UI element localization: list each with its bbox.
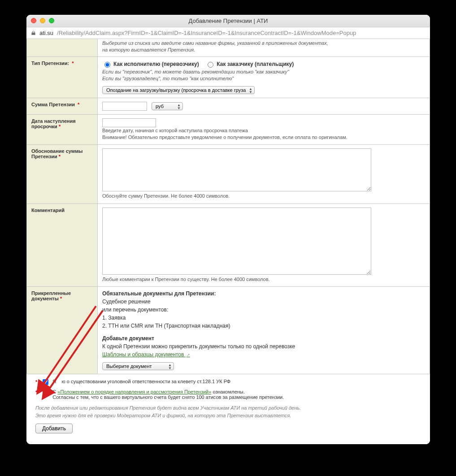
docs-label-l1: Прикрепленные — [31, 290, 71, 296]
reason-label-l2: Претензии — [31, 154, 57, 159]
terms-row: * С «Положением о порядке направления и … — [35, 389, 421, 400]
radio-as-contractor-label: Как исполнителю (перевозчику) — [113, 61, 199, 67]
docs-select[interactable]: Выберите документ — [102, 362, 174, 370]
docs-templates-link[interactable]: Шаблоны и образцы документов ↗ — [102, 351, 190, 358]
overdue-date-input[interactable] — [102, 118, 156, 127]
terms-text: С «Положением о порядке направления и ра… — [52, 389, 284, 400]
lock-icon — [31, 30, 36, 35]
address-bar[interactable]: ati.su/Reliability/AddClaim.aspx?FirmID=… — [26, 27, 430, 39]
window-close-button[interactable] — [31, 18, 36, 23]
overdue-date-label-l2: просрочки — [31, 124, 57, 129]
comment-textarea[interactable] — [102, 208, 371, 275]
terms-text-line2: Согласны с тем, что с вашего виртуальног… — [52, 394, 284, 400]
reason-label-l1: Обоснование суммы — [31, 148, 83, 154]
comment-label: Комментарий — [31, 208, 65, 213]
window-minimize-button[interactable] — [40, 18, 45, 23]
docs-label-l2: документы — [31, 296, 59, 301]
docs-req-line-4: 2. ТТН или CMR или ТН (Транспортная накл… — [102, 323, 425, 329]
liability-checkbox[interactable] — [43, 379, 48, 385]
window-title: Добавление Претензии | АТИ — [26, 17, 430, 24]
firm-hint-1: Выберите из списка или введите сами назв… — [102, 40, 425, 47]
claim-subtype-select[interactable]: Опоздание на загрузку/выгрузку (просрочк… — [102, 86, 255, 94]
liability-row: * Я ю о существовании уголовной ответств… — [35, 379, 421, 386]
claim-sum-input[interactable] — [102, 102, 147, 111]
footer-note-1: После добавления или редактирования Прет… — [35, 405, 301, 411]
comment-hint: Любые комментарии к Претензии по существ… — [102, 277, 270, 282]
reason-textarea[interactable] — [102, 148, 371, 191]
submit-button[interactable]: Добавить — [35, 424, 73, 433]
claim-sum-label: Сумма Претензии — [31, 102, 75, 107]
overdue-date-hint-2: Внимание! Обязательно предоставьте уведо… — [102, 134, 347, 140]
footer-note-2: Это время нужно для её проверки Модерато… — [35, 413, 291, 418]
liability-text: Я ю о существовании уголовной ответствен… — [52, 379, 230, 384]
page-content: Выберите из списка или введите сами назв… — [26, 39, 430, 444]
docs-req-line-3: 1. Заявка — [102, 315, 425, 321]
claim-type-hint-1: Если вы "перевозчик", то можете давать р… — [102, 69, 425, 75]
radio-as-contractor[interactable] — [104, 62, 110, 68]
radio-as-customer-label: Как заказчику (плательщику) — [217, 61, 294, 67]
docs-add-hint: К одной Претензии можно прикрепить докум… — [102, 343, 425, 350]
docs-add-heading: Добавьте документ — [102, 335, 425, 342]
claim-type-label: Тип Претензии: — [31, 61, 69, 66]
docs-req-line-1: Судебное решение — [102, 299, 425, 305]
titlebar: Добавление Претензии | АТИ — [26, 15, 430, 27]
browser-window: Добавление Претензии | АТИ ati.su/Reliab… — [26, 15, 430, 444]
overdue-date-hint-1: Введите дату, начиная с которой наступил… — [102, 128, 248, 133]
url-path: /Reliability/AddClaim.aspx?FirmID=-1&Cla… — [57, 30, 356, 36]
claim-form-table: Выберите из списка или введите сами назв… — [26, 39, 430, 374]
currency-select[interactable]: руб — [152, 102, 183, 110]
claim-type-hint-2: Если вы "грузовладелец", то только "как … — [102, 75, 425, 82]
docs-req-line-2: или перечень документов: — [102, 307, 425, 313]
radio-as-customer[interactable] — [208, 62, 213, 68]
reason-hint: Обоснуйте сумму Претензии. Не более 4000… — [102, 193, 230, 199]
terms-checkbox[interactable] — [43, 389, 48, 395]
window-zoom-button[interactable] — [49, 18, 54, 23]
url-host: ati.su — [39, 30, 53, 36]
docs-required-heading: Обязательные документы для Претензии: — [102, 290, 425, 297]
terms-link[interactable]: «Положением о порядке направления и расс… — [57, 389, 211, 394]
firm-hint-2: на которую выставляется Претензия. — [102, 47, 425, 53]
overdue-date-label-l1: Дата наступления — [31, 118, 76, 124]
external-link-icon: ↗ — [187, 353, 190, 357]
